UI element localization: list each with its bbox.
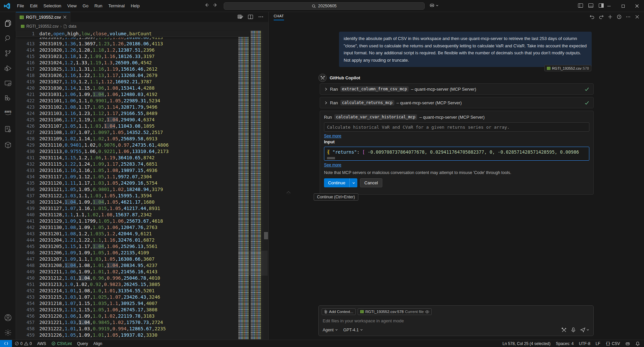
- csv-row[interactable]: 45520231219,1.13,1.15,1.05,1.06,26745.17…: [16, 307, 249, 313]
- indentation[interactable]: Spaces: 4: [553, 340, 576, 347]
- csv-row[interactable]: 41820231026,1.16,1.22,1.13,1.17,13268.04…: [16, 72, 249, 79]
- remote-indicator[interactable]: [0, 340, 12, 347]
- minimize-button[interactable]: [602, 0, 616, 12]
- csv-row[interactable]: 43720231122,1.03,1.1,1.03,1.05,15995.1,3…: [16, 193, 249, 199]
- csv-row[interactable]: 20231019,1.36,1.3697,1.23,1.26,20186.06,…: [16, 37, 249, 41]
- forward-arrow-icon[interactable]: [213, 2, 218, 8]
- remote-explorer-icon[interactable]: [4, 79, 12, 87]
- status-query[interactable]: Query: [74, 340, 91, 347]
- minimap-slider[interactable]: [238, 251, 268, 276]
- csv-row[interactable]: 44720231207,1.09,1.1,1.03,1.05,16308.66,…: [16, 256, 249, 262]
- breadcrumb[interactable]: RGTI_193552.csv › data: [16, 22, 268, 31]
- csv-row[interactable]: 43320231116,1.16,1.16,1.05,1.08,19897.15…: [16, 167, 249, 174]
- csv-row[interactable]: 45720231221,1.03,1.04,0.9845,1.02,17570.…: [16, 319, 249, 326]
- language-mode[interactable]: {} CSV: [603, 340, 623, 347]
- more-actions-icon[interactable]: [258, 14, 264, 20]
- csv-row[interactable]: 44120231129,1.09,1.1799,1.05,1.06,25673.…: [16, 218, 249, 224]
- continue-dropdown[interactable]: [349, 178, 357, 187]
- csv-row[interactable]: 41920231027,1.19,1.2,1.1,1.12,16092.21,3…: [16, 79, 249, 85]
- csv-row[interactable]: 43620231121,1.05,1.05,0.9801,1.02,18248.…: [16, 186, 249, 193]
- see-more-link[interactable]: See more: [324, 134, 341, 138]
- minimap[interactable]: [238, 31, 263, 340]
- csv-row[interactable]: 41520231023,1.18,1.2,1.09,1.16,18126.33,…: [16, 53, 249, 60]
- csv-row[interactable]: 41320231019,1.36,1.3697,1.23,1.26,20186.…: [16, 41, 249, 47]
- menu-go[interactable]: Go: [80, 2, 91, 10]
- undo-icon[interactable]: [590, 14, 595, 19]
- csv-row[interactable]: 43520231120,1.11,1.17,1.03,1.05,24209.16…: [16, 180, 249, 186]
- problems-indicator[interactable]: 0 0: [12, 340, 34, 347]
- aws-toolkit-icon[interactable]: aws: [4, 109, 12, 117]
- csv-row[interactable]: 45420231218,1.07,1.15,1.035,1.1,30925.94…: [16, 300, 249, 307]
- csv-row[interactable]: 43220231115,1.22,1.24,1.09,1.17,25283.74…: [16, 161, 249, 167]
- history-icon[interactable]: [617, 14, 622, 19]
- csv-row[interactable]: 42020231030,1.14,1.15,1.06,1.08,15341.4,…: [16, 85, 249, 91]
- settings-gear-icon[interactable]: [4, 329, 12, 337]
- menu-help[interactable]: Help: [128, 2, 143, 10]
- csv-row[interactable]: 42420231103,1.16,1.23,1.12,1.17,29166.55…: [16, 110, 249, 117]
- search-view-icon[interactable]: [4, 34, 12, 42]
- tool-config-icon[interactable]: [4, 125, 12, 133]
- new-chat-icon[interactable]: [608, 14, 613, 19]
- toggle-panel-bottom-icon[interactable]: [588, 3, 594, 8]
- back-arrow-icon[interactable]: [204, 2, 209, 8]
- csv-row[interactable]: 42120231031,1.06,1.09,1.04,1.06,12480.03…: [16, 91, 249, 98]
- chat-tab[interactable]: CHAT: [274, 14, 284, 20]
- status-csvlint[interactable]: CSVLint: [49, 340, 74, 347]
- run-debug-icon[interactable]: [4, 64, 12, 72]
- menu-run[interactable]: Run: [91, 2, 105, 10]
- csv-row[interactable]: 43020231113,0.9755,1.06,0.9221,1.06,1331…: [16, 148, 249, 155]
- close-window-button[interactable]: [630, 0, 644, 12]
- extensions-icon[interactable]: [4, 94, 12, 102]
- continue-button[interactable]: Continue: [324, 178, 357, 187]
- csv-row[interactable]: 44620231206,1.09,1.09,1.05,1.06,22135,41…: [16, 250, 249, 256]
- menu-selection[interactable]: Selection: [40, 2, 64, 10]
- add-context-button[interactable]: Add Context...: [322, 308, 356, 315]
- chat-input-placeholder[interactable]: Edit files in your workspace in agent mo…: [323, 318, 404, 323]
- csv-row[interactable]: 42720231108,1.07,1.07,1.0097,1.05,14352.…: [16, 129, 249, 136]
- horizontal-scrollbar-thumb[interactable]: [327, 157, 335, 159]
- maximize-button[interactable]: [616, 0, 630, 12]
- csv-row[interactable]: 41620231024,1.2,1.33,1.19,1.3,26509.06,4…: [16, 60, 249, 66]
- mode-picker[interactable]: Agent: [323, 328, 338, 332]
- redo-icon[interactable]: [599, 14, 604, 19]
- package-icon[interactable]: [4, 141, 12, 149]
- explorer-icon[interactable]: [4, 19, 12, 27]
- csv-row[interactable]: 42920231110,0.9401,1.02,0.9076,0.97,2473…: [16, 142, 249, 148]
- csv-row[interactable]: 43420231117,1.09,1.12,1.05,1.1,9972.07,2…: [16, 174, 249, 180]
- tool-call-extract-column[interactable]: Ran extract_column_from_csv_mcp – quant-…: [320, 83, 594, 95]
- csv-row[interactable]: 42820231109,1.02,1.14,1.02,1.05,25689.58…: [16, 136, 249, 142]
- csv-row[interactable]: 44820231208,1.04,1.08,1.01,1.04,20834.95…: [16, 262, 249, 269]
- breadcrumb-file[interactable]: RGTI_193552.csv: [26, 24, 59, 29]
- csv-edit-icon[interactable]: [237, 14, 243, 20]
- csv-row[interactable]: 41720231025,1.31,1.31,1.16,1.19,15616.46…: [16, 66, 249, 72]
- tools-icon[interactable]: [561, 327, 567, 333]
- tool-call-calculate-returns[interactable]: Ran calculate_returns_mcp – quant-mcp-se…: [320, 97, 594, 108]
- csv-row[interactable]: 43920231127,1.07,1.16,1.015,1.05,41217.4…: [16, 205, 249, 212]
- microphone-icon[interactable]: [571, 327, 576, 333]
- copilot-titlebar-button[interactable]: [429, 3, 439, 8]
- csv-row[interactable]: 42320231102,1.08,1.17,1.05,1.14,32871.79…: [16, 104, 249, 110]
- account-icon[interactable]: [4, 314, 12, 322]
- csv-row[interactable]: 45820231222,1.01,1.03,0.9919,0.994,12865…: [16, 326, 249, 332]
- current-file-pill[interactable]: RGTI_193552.csv:578 Current file: [358, 308, 432, 315]
- csv-row[interactable]: 44020231128,1.1,1.1,1.02,1.08,15637.87,2…: [16, 212, 249, 218]
- csv-row[interactable]: 44420231204,1.21,1.22,1.1,1.16,32476.01,…: [16, 237, 249, 243]
- send-button[interactable]: [580, 327, 589, 333]
- status-align[interactable]: Align: [91, 340, 105, 347]
- csv-row[interactable]: 45320231215,1.03,1.07,1.025,1.07,23426.4…: [16, 294, 249, 300]
- editor-scrollbar-thumb[interactable]: [264, 232, 268, 239]
- csv-row[interactable]: 44920231211,1.06,1.09,1.01,1.02,21456.16…: [16, 269, 249, 275]
- source-control-icon[interactable]: [4, 49, 12, 57]
- eye-icon[interactable]: [425, 310, 429, 314]
- csv-row[interactable]: 41420231020,1.26,1.28,1.18,1.2,12387.51,…: [16, 47, 249, 53]
- toggle-sidebar-left-icon[interactable]: [578, 3, 583, 8]
- see-more-link[interactable]: See more: [324, 163, 341, 167]
- tool-input-editor[interactable]: { "returns": [ -0.009708737864077678, 0.…: [324, 147, 589, 161]
- menu-file[interactable]: File: [14, 2, 27, 10]
- breadcrumb-symbol[interactable]: data: [69, 24, 76, 29]
- csv-row[interactable]: 45620231220,1.06,1.09,1.0,1.02,22119.78,…: [16, 313, 249, 319]
- model-picker[interactable]: GPT-4.1: [343, 328, 363, 332]
- csv-row[interactable]: 44520231205,1.15,1.17,1.04,1.06,25296.13…: [16, 243, 249, 250]
- csv-row[interactable]: 43120231114,1.15,1.2,1.06,1.19,36410.65,…: [16, 155, 249, 161]
- code-rows[interactable]: 41320231019,1.36,1.3697,1.23,1.26,20186.…: [16, 41, 249, 338]
